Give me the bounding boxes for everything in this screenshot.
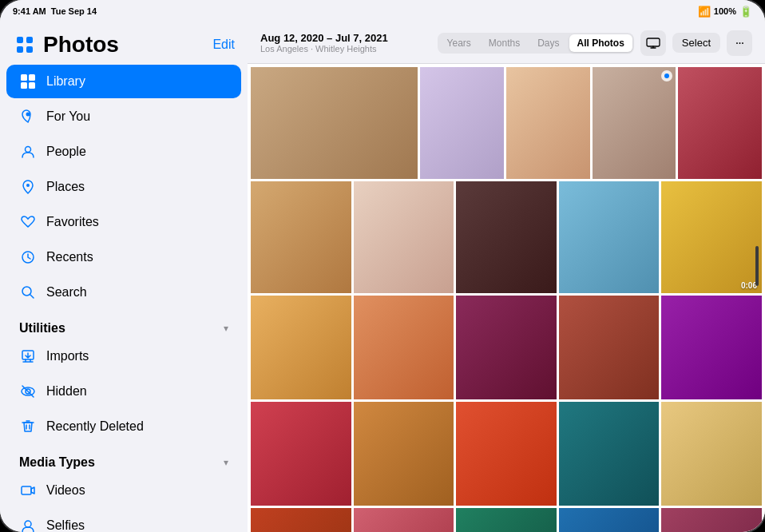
photo-placeholder <box>661 508 762 532</box>
photo-cell[interactable] <box>456 181 557 293</box>
sidebar-item-imports[interactable]: Imports <box>6 339 241 373</box>
for-you-icon <box>19 108 37 125</box>
photo-placeholder <box>354 402 454 506</box>
select-button[interactable]: Select <box>672 33 720 53</box>
home-indicator[interactable] <box>755 246 759 286</box>
svg-point-12 <box>22 287 31 296</box>
photo-cell[interactable] <box>251 508 351 532</box>
media-types-title: Media Types <box>19 455 95 470</box>
svg-rect-2 <box>17 46 23 53</box>
photo-cell[interactable] <box>506 67 590 179</box>
photo-cell[interactable] <box>456 508 557 532</box>
library-icon <box>19 73 37 90</box>
photo-cell[interactable] <box>456 402 557 506</box>
right-panel: Aug 12, 2020 – Jul 7, 2021 Los Angeles ·… <box>248 22 765 532</box>
top-bar-actions: Select ··· <box>640 30 752 56</box>
media-types-chevron: ▾ <box>224 457 228 468</box>
sidebar-item-videos-label: Videos <box>46 483 85 498</box>
photo-cell[interactable] <box>420 67 504 179</box>
sidebar-grid-icon <box>13 33 37 57</box>
sidebar-item-recently-deleted[interactable]: Recently Deleted <box>6 410 241 443</box>
sidebar-item-library[interactable]: Library <box>6 65 241 98</box>
photo-cell[interactable] <box>456 296 557 399</box>
photo-placeholder <box>559 402 660 506</box>
photo-cell[interactable] <box>251 67 418 179</box>
photo-placeholder <box>456 402 557 506</box>
photo-cell[interactable] <box>661 296 762 399</box>
utilities-section-header[interactable]: Utilities ▾ <box>0 310 248 339</box>
photo-placeholder <box>559 296 660 399</box>
svg-rect-1 <box>26 37 33 43</box>
tab-days[interactable]: Days <box>529 34 567 52</box>
photo-placeholder <box>251 296 351 399</box>
photo-placeholder <box>661 402 762 506</box>
ipad-frame: 9:41 AM Tue Sep 14 📶 100% 🔋 <box>0 0 765 532</box>
sidebar-item-selfies[interactable]: Selfies <box>6 509 241 532</box>
view-tabs: Years Months Days All Photos <box>438 33 634 54</box>
sidebar-title: Photos <box>43 32 119 58</box>
photo-cell[interactable] <box>354 402 454 506</box>
edit-button[interactable]: Edit <box>212 38 235 52</box>
sidebar-item-selfies-label: Selfies <box>46 518 85 532</box>
photo-cell[interactable] <box>354 508 454 532</box>
sidebar-item-favorites[interactable]: Favorites <box>6 205 241 239</box>
svg-point-8 <box>26 113 30 117</box>
photo-cell[interactable] <box>661 402 762 506</box>
status-bar-left: 9:41 AM Tue Sep 14 <box>13 6 97 16</box>
photo-placeholder <box>456 296 557 399</box>
photo-cell[interactable] <box>559 508 660 532</box>
sidebar-item-search-label: Search <box>46 285 87 300</box>
photo-grid: 0:06 <box>248 64 765 532</box>
sidebar-item-videos[interactable]: Videos <box>6 474 241 507</box>
photo-cell[interactable] <box>593 67 676 179</box>
sidebar-item-places[interactable]: Places <box>6 170 241 204</box>
photo-cell[interactable] <box>354 296 454 399</box>
recently-deleted-icon <box>19 418 37 435</box>
sidebar-item-recents-label: Recents <box>46 250 93 264</box>
svg-point-17 <box>25 521 31 527</box>
photo-placeholder <box>251 67 418 179</box>
tab-years[interactable]: Years <box>439 34 479 52</box>
photo-cell[interactable] <box>251 181 351 293</box>
photo-cell[interactable] <box>559 402 660 506</box>
sidebar-item-for-you[interactable]: For You <box>6 100 241 133</box>
places-icon <box>19 178 37 196</box>
photo-cell[interactable] <box>559 296 660 399</box>
svg-rect-22 <box>647 38 660 46</box>
top-bar: Aug 12, 2020 – Jul 7, 2021 Los Angeles ·… <box>248 22 765 64</box>
time-range: Aug 12, 2020 – Jul 7, 2021 Los Angeles ·… <box>260 32 431 54</box>
photo-cell[interactable]: 0:06 <box>661 181 762 293</box>
photo-cell[interactable] <box>678 67 762 179</box>
sidebar-item-hidden[interactable]: Hidden <box>6 375 241 408</box>
photo-cell[interactable] <box>559 181 660 293</box>
utilities-title: Utilities <box>19 321 65 335</box>
tab-months[interactable]: Months <box>481 34 528 52</box>
sidebar-item-people-label: People <box>46 145 86 159</box>
sidebar-item-for-you-label: For You <box>46 109 90 124</box>
svg-point-23 <box>664 73 669 78</box>
sidebar-item-people[interactable]: People <box>6 135 241 169</box>
photo-cell[interactable] <box>354 181 454 293</box>
photo-placeholder <box>354 508 454 532</box>
more-button[interactable]: ··· <box>727 30 752 56</box>
photo-placeholder <box>593 67 676 179</box>
hidden-icon <box>19 383 37 400</box>
photo-placeholder <box>456 508 557 532</box>
photo-cell[interactable] <box>251 402 351 506</box>
sidebar-item-recents[interactable]: Recents <box>6 240 241 274</box>
photo-placeholder <box>661 181 762 293</box>
sidebar-item-places-label: Places <box>46 180 85 194</box>
tab-all-photos[interactable]: All Photos <box>569 34 632 52</box>
wifi-icon: 📶 <box>698 6 711 18</box>
sidebar-item-search[interactable]: Search <box>6 276 241 309</box>
tv-button[interactable] <box>640 30 666 56</box>
recents-icon <box>19 248 37 266</box>
photo-row <box>251 296 762 399</box>
photo-cell[interactable] <box>251 296 351 399</box>
svg-rect-3 <box>26 46 33 53</box>
photo-cell[interactable] <box>661 508 762 532</box>
imports-icon <box>19 347 37 365</box>
svg-rect-4 <box>21 74 27 81</box>
search-icon <box>19 284 37 301</box>
media-types-section-header[interactable]: Media Types ▾ <box>0 444 248 473</box>
